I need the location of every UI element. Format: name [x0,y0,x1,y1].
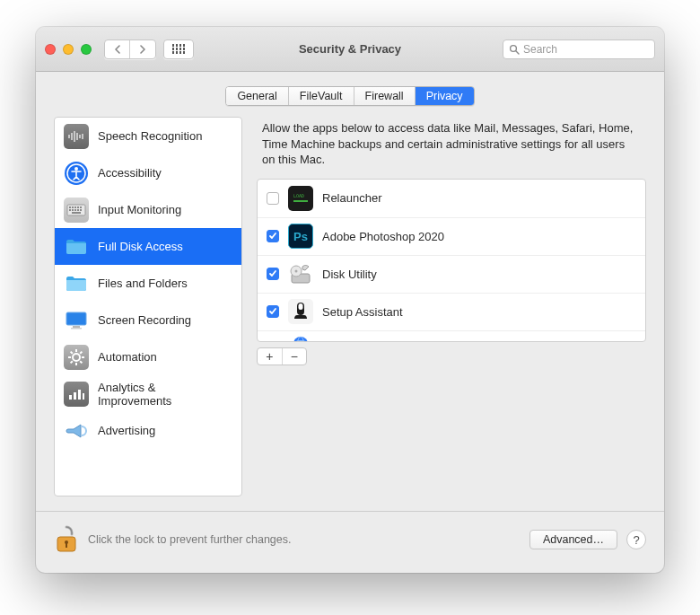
gear-icon [64,345,89,370]
app-row-relauncher[interactable]: LOAD Relauncher [258,180,645,217]
minimize-button[interactable] [63,44,74,55]
svg-rect-45 [299,303,303,310]
keyboard-icon [64,198,89,223]
grid-icon [172,44,186,54]
svg-rect-18 [72,209,74,211]
svg-rect-36 [74,392,76,400]
show-all-button[interactable] [163,40,194,59]
app-label: Relauncher [322,191,382,205]
svg-line-31 [71,351,73,353]
forward-button[interactable] [130,40,155,58]
add-remove-control: + − [257,347,307,365]
sidebar-item-label: Full Disk Access [98,240,183,253]
add-button[interactable]: + [258,348,283,365]
search-field[interactable] [503,40,655,59]
sidebar-item-accessibility[interactable]: Accessibility [55,154,241,191]
tab-general[interactable]: General [226,87,288,105]
svg-rect-19 [74,209,76,211]
tab-firewall[interactable]: Firewall [354,87,416,105]
chevron-right-icon [139,45,146,54]
svg-rect-40 [293,200,308,202]
svg-point-43 [295,270,298,273]
assistant-icon [288,299,313,324]
sidebar-item-analytics[interactable]: Analytics & Improvements [55,375,241,412]
folder-open-icon [64,271,89,296]
main-panel: Allow the apps below to access data like… [257,117,646,496]
help-button[interactable]: ? [626,530,646,549]
svg-rect-13 [72,206,74,208]
content-area: Speech Recognition Accessibility Input M… [36,117,664,511]
accessibility-icon [64,161,89,186]
svg-rect-15 [77,206,79,208]
photoshop-icon: Ps [288,224,313,249]
sidebar-item-label: Accessibility [98,166,162,180]
sidebar-item-speech-recognition[interactable]: Speech Recognition [55,118,241,154]
svg-rect-16 [80,206,82,208]
sidebar-item-label: Automation [98,350,157,364]
tab-filevault[interactable]: FileVault [289,87,354,105]
svg-line-34 [80,351,82,353]
megaphone-icon [64,418,89,444]
waveform-icon [64,124,89,149]
svg-rect-52 [66,543,67,548]
app-row-photoshop[interactable]: Ps Adobe Photoshop 2020 [258,217,645,255]
sidebar-item-label: Speech Recognition [98,129,202,143]
segmented-tabs: General FileVault Firewall Privacy [225,86,474,106]
globe-icon [288,335,313,342]
remove-button[interactable]: − [283,348,307,365]
lock-description: Click the lock to prevent further change… [88,533,521,546]
sidebar-item-automation[interactable]: Automation [55,338,241,375]
advanced-button[interactable]: Advanced… [529,530,617,549]
svg-rect-12 [69,206,71,208]
lock-button[interactable] [54,524,79,555]
app-permission-list[interactable]: LOAD Relauncher Ps Adobe Photoshop 2020 [257,179,646,342]
sidebar-item-label: Input Monitoring [98,203,181,216]
svg-line-32 [80,361,82,363]
sidebar-item-input-monitoring[interactable]: Input Monitoring [55,191,241,228]
svg-rect-22 [72,212,81,214]
app-row-disk-utility[interactable]: Disk Utility [258,255,645,293]
checkbox[interactable] [267,268,279,280]
privacy-category-list[interactable]: Speech Recognition Accessibility Input M… [54,117,242,496]
svg-rect-14 [74,206,76,208]
app-label: Disk Utility [322,268,377,281]
svg-rect-20 [77,209,79,211]
sidebar-item-label: Analytics & Improvements [98,381,232,408]
svg-line-1 [516,50,519,53]
close-button[interactable] [45,44,56,55]
sidebar-item-full-disk-access[interactable]: Full Disk Access [55,228,241,265]
terminal-icon: LOAD [288,186,313,211]
back-button[interactable] [105,40,130,58]
folder-icon [64,234,89,259]
traffic-lights [45,44,92,55]
diskutility-icon [288,261,313,286]
app-label: Adobe Photoshop 2020 [322,230,444,243]
app-row-setup-assistant[interactable]: Setup Assistant [258,293,645,330]
tab-privacy[interactable]: Privacy [416,87,474,105]
sidebar-item-files-and-folders[interactable]: Files and Folders [55,265,241,302]
checkbox[interactable] [267,230,279,242]
chart-icon [64,382,89,407]
search-icon [509,44,520,55]
svg-text:LOAD: LOAD [293,193,304,198]
chevron-left-icon [114,45,121,54]
search-input[interactable] [523,43,649,56]
svg-rect-24 [73,326,80,328]
description-text: Allow the apps below to access data like… [257,117,646,179]
unlock-icon [54,524,79,555]
svg-point-26 [73,354,80,361]
app-label: Setup Assistant [322,305,403,319]
titlebar: Security & Privacy [36,27,664,72]
checkbox[interactable] [267,305,279,318]
sidebar-item-screen-recording[interactable]: Screen Recording [55,302,241,338]
svg-point-46 [293,337,308,342]
sidebar-item-label: Screen Recording [98,313,191,327]
checkbox[interactable] [267,192,279,205]
app-row-partial[interactable] [258,330,645,342]
svg-rect-21 [80,209,82,211]
nav-buttons [104,40,156,59]
preferences-window: Security & Privacy General FileVault Fir… [36,27,664,573]
sidebar-item-advertising[interactable]: Advertising [55,412,241,449]
svg-point-10 [74,167,78,171]
zoom-button[interactable] [81,44,92,55]
